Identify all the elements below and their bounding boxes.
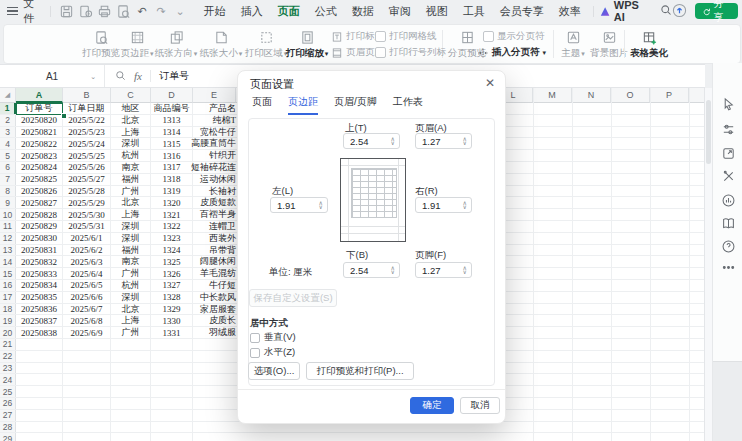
cell-D27[interactable]	[151, 410, 193, 421]
cell-A11[interactable]: 20250829	[16, 221, 63, 232]
cell-C7[interactable]: 福州	[111, 174, 151, 185]
cell-B21[interactable]	[63, 339, 111, 350]
cell-A26[interactable]	[16, 398, 63, 409]
options-button[interactable]: 选项(O)...	[248, 362, 300, 380]
cell-C5[interactable]: 杭州	[111, 150, 151, 161]
row-header-23[interactable]: 23	[0, 363, 16, 374]
row-header-19[interactable]: 19	[0, 315, 16, 326]
checkbox-print-gridlines[interactable]: 打印网格线	[375, 30, 437, 43]
cell-E7[interactable]: 运动休闲	[193, 174, 236, 185]
cell-D5[interactable]: 1316	[151, 150, 193, 161]
menu-tab-公式[interactable]: 公式	[315, 4, 337, 19]
cell-A24[interactable]	[16, 374, 63, 385]
cell-B27[interactable]	[63, 410, 111, 421]
cell-D25[interactable]	[151, 386, 193, 397]
cell-E20[interactable]: 羽绒服	[193, 327, 236, 338]
ribbon-item-insert-page-break[interactable]: 插入分页符▾	[477, 46, 546, 59]
cell-D26[interactable]	[151, 398, 193, 409]
row-header-17[interactable]: 17	[0, 292, 16, 303]
cell-A16[interactable]: 20250834	[16, 280, 63, 291]
cell-E26[interactable]	[193, 398, 236, 409]
cell-B10[interactable]: 2025/5/30	[63, 209, 111, 220]
cell-C13[interactable]: 福州	[111, 245, 151, 256]
print-preview-and-print-button[interactable]: 打印预览和打印(P)...	[306, 362, 414, 380]
print-preview-icon[interactable]	[116, 4, 131, 19]
cell-E5[interactable]: 针织开	[193, 150, 236, 161]
cell-A21[interactable]	[16, 339, 63, 350]
cell-A5[interactable]: 20250823	[16, 150, 63, 161]
ok-button[interactable]: 确定	[410, 397, 454, 414]
save-icon[interactable]	[59, 4, 74, 19]
printer-icon[interactable]	[97, 4, 112, 19]
cell-B3[interactable]: 2025/5/23	[63, 127, 111, 138]
checkbox-icon[interactable]	[375, 47, 386, 58]
cell-B11[interactable]: 2025/5/31	[63, 221, 111, 232]
cell-E9[interactable]: 皮质短款	[193, 197, 236, 208]
row-header-10[interactable]: 10	[0, 209, 16, 220]
cell-D17[interactable]: 1328	[151, 292, 193, 303]
cell-C15[interactable]: 广州	[111, 268, 151, 279]
row-header-26[interactable]: 26	[0, 398, 16, 409]
cell-A4[interactable]: 20250822	[16, 138, 63, 149]
ribbon-item-主题[interactable]: 主题▾	[556, 28, 590, 60]
cell-D23[interactable]	[151, 363, 193, 374]
ribbon-item-打印缩放[interactable]: 打印缩放▾	[285, 28, 329, 60]
row-header-9[interactable]: 9	[0, 197, 16, 208]
cell-C21[interactable]	[111, 339, 151, 350]
horizontal-center-checkbox-row[interactable]: 水平(Z)	[250, 346, 295, 359]
fx-button[interactable]: fx	[134, 70, 142, 82]
row-header-13[interactable]: 13	[0, 245, 16, 256]
cell-B25[interactable]	[63, 386, 111, 397]
cell-E15[interactable]: 羊毛混纺	[193, 268, 236, 279]
export-page-icon[interactable]	[720, 145, 736, 161]
cell-B15[interactable]: 2025/6/4	[63, 268, 111, 279]
column-header-Q[interactable]: Q	[689, 88, 704, 103]
row-header-27[interactable]: 27	[0, 410, 16, 421]
cell-D4[interactable]: 1315	[151, 138, 193, 149]
spinner-arrows-icon[interactable]: ∧∨	[391, 266, 399, 274]
tools-icon[interactable]	[720, 168, 736, 184]
spinner-arrows-icon[interactable]: ∧∨	[463, 201, 471, 209]
cell-B8[interactable]: 2025/5/28	[63, 186, 111, 197]
cell-E3[interactable]: 宽松牛仔	[193, 127, 236, 138]
cell-B14[interactable]: 2025/6/3	[63, 256, 111, 267]
cell-C3[interactable]: 上海	[111, 127, 151, 138]
menu-tab-效率[interactable]: 效率	[559, 4, 581, 19]
dialog-tab-页边距[interactable]: 页边距	[288, 95, 318, 115]
chart-circle-icon[interactable]	[720, 192, 736, 208]
dialog-tab-页眉/页脚[interactable]: 页眉/页脚	[334, 95, 377, 115]
cell-D20[interactable]: 1331	[151, 327, 193, 338]
cell-E16[interactable]: 牛仔短	[193, 280, 236, 291]
row-header-12[interactable]: 12	[0, 233, 16, 244]
cell-C14[interactable]: 南京	[111, 256, 151, 267]
checkbox-icon[interactable]	[250, 348, 260, 358]
dialog-tab-页面[interactable]: 页面	[252, 95, 272, 115]
cell-E19[interactable]: 皮质长	[193, 315, 236, 326]
column-header-O[interactable]: O	[611, 88, 650, 103]
row-header-5[interactable]: 5	[0, 150, 16, 161]
row-header-11[interactable]: 11	[0, 221, 16, 232]
cell-D19[interactable]: 1330	[151, 315, 193, 326]
cell-C1[interactable]: 地区	[111, 103, 151, 114]
cell-C8[interactable]: 广州	[111, 186, 151, 197]
cell-A17[interactable]: 20250835	[16, 292, 63, 303]
menu-tab-视图[interactable]: 视图	[426, 4, 448, 19]
top-margin-input[interactable]: 2.54 ∧∨	[343, 133, 400, 149]
cell-D9[interactable]: 1320	[151, 197, 193, 208]
cell-E8[interactable]: 长袖衬	[193, 186, 236, 197]
checkbox-print-row-col-headers[interactable]: 打印行号列标	[375, 46, 446, 59]
right-margin-input[interactable]: 1.91 ∧∨	[415, 197, 472, 213]
cell-C10[interactable]: 上海	[111, 209, 151, 220]
menu-tab-页面[interactable]: 页面	[278, 4, 300, 19]
cell-C11[interactable]: 深圳	[111, 221, 151, 232]
cell-E23[interactable]	[193, 363, 236, 374]
cell-C25[interactable]	[111, 386, 151, 397]
vertical-scrollbar[interactable]	[704, 88, 712, 441]
cell-E14[interactable]: 阔腿休闲	[193, 256, 236, 267]
row-header-14[interactable]: 14	[0, 256, 16, 267]
ribbon-item-打印区域[interactable]: 打印区域▾	[244, 28, 288, 60]
chevron-down-icon[interactable]: ⌄	[90, 73, 96, 80]
checkbox-show-page-breaks[interactable]: 显示分页符	[483, 30, 545, 43]
spinner-arrows-icon[interactable]: ∧∨	[391, 137, 399, 145]
cell-A12[interactable]: 20250830	[16, 233, 63, 244]
